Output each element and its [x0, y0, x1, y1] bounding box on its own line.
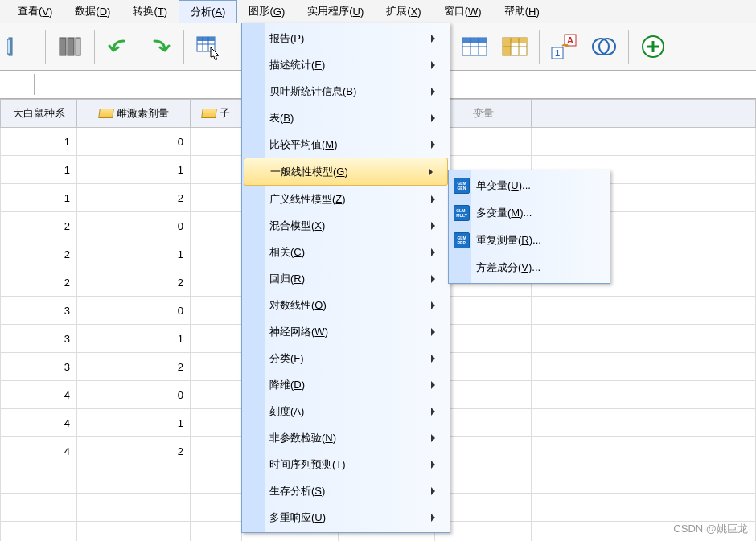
cell[interactable]	[191, 184, 242, 212]
cell[interactable]: 0	[77, 297, 191, 325]
cell[interactable]	[191, 240, 242, 268]
cell[interactable]	[191, 156, 242, 184]
toolbar-btn-pivot-yellow[interactable]	[499, 31, 531, 63]
cell[interactable]: 0	[77, 212, 191, 240]
menu-item[interactable]: 贝叶斯统计信息(B)	[242, 78, 450, 105]
toolbar-btn-sets[interactable]	[588, 31, 620, 63]
menu-item[interactable]: 混合模型(X)	[242, 212, 450, 239]
menu-g[interactable]: 图形(G)	[237, 0, 296, 23]
cell[interactable]	[0, 522, 77, 541]
toolbar-btn-add[interactable]	[637, 31, 669, 63]
menu-item[interactable]: 报告(P)	[242, 25, 450, 51]
toolbar-btn-open-left[interactable]	[5, 31, 37, 63]
menu-item[interactable]: 表(B)	[242, 105, 450, 131]
cell[interactable]: 4	[0, 437, 77, 465]
cell[interactable]	[191, 325, 242, 353]
undo-button[interactable]	[103, 31, 135, 63]
cell[interactable]	[191, 409, 242, 437]
cell[interactable]: 0	[77, 381, 191, 409]
column-header-2[interactable]: 子	[191, 99, 242, 128]
cell-blank[interactable]	[532, 325, 756, 353]
cell[interactable]: 3	[0, 297, 77, 325]
menu-item[interactable]: 神经网络(W)	[242, 318, 450, 345]
cell[interactable]: 2	[77, 437, 191, 465]
cell[interactable]	[77, 494, 191, 522]
cell[interactable]: 2	[0, 240, 77, 268]
cell[interactable]: 1	[77, 156, 191, 184]
cell[interactable]: 1	[0, 128, 77, 156]
menu-item[interactable]: 对数线性(O)	[242, 292, 450, 318]
cell[interactable]	[191, 465, 242, 494]
column-header-1[interactable]: 雌激素剂量	[77, 99, 191, 128]
menu-item[interactable]: 降维(D)	[242, 371, 450, 398]
cell[interactable]: 2	[77, 353, 191, 381]
cell[interactable]	[191, 297, 242, 325]
menu-item[interactable]: 描述统计(E)	[242, 51, 450, 78]
menu-item[interactable]: 比较平均值(M)	[242, 131, 450, 158]
cell[interactable]	[77, 465, 191, 494]
cell-blank[interactable]	[532, 437, 756, 465]
redo-button[interactable]	[143, 31, 175, 63]
cell[interactable]	[191, 128, 242, 156]
cell-blank[interactable]	[532, 494, 756, 522]
menu-u[interactable]: 实用程序(U)	[296, 0, 375, 23]
toolbar-btn-value-labels[interactable]: A 1	[548, 31, 580, 63]
menu-item[interactable]: 多重响应(U)	[242, 504, 450, 531]
cell-blank[interactable]	[532, 409, 756, 437]
cell[interactable]: 1	[0, 184, 77, 212]
menu-item[interactable]: 广义线性模型(Z)	[242, 186, 450, 212]
cell-blank[interactable]	[532, 381, 756, 409]
menu-item[interactable]: 一般线性模型(G)	[244, 158, 448, 186]
submenu-item[interactable]: 方差成分(V)...	[449, 254, 610, 281]
menu-item[interactable]: 刻度(A)	[242, 398, 450, 424]
cell[interactable]: 2	[0, 268, 77, 297]
menu-h[interactable]: 帮助(H)	[493, 0, 551, 23]
cell-blank[interactable]	[532, 465, 756, 494]
toolbar-btn-select-table[interactable]	[192, 31, 224, 63]
cell[interactable]: 4	[0, 409, 77, 437]
submenu-item[interactable]: GLMMULT多变量(M)...	[449, 199, 610, 227]
menu-item[interactable]: 分类(F)	[242, 345, 450, 371]
toolbar-btn-pivot-blue[interactable]	[458, 31, 491, 63]
menu-item[interactable]: 相关(C)	[242, 239, 450, 265]
cell[interactable]: 2	[77, 184, 191, 212]
cell[interactable]	[191, 437, 242, 465]
cell[interactable]	[191, 268, 242, 297]
menu-x[interactable]: 扩展(X)	[375, 0, 432, 23]
cell[interactable]	[191, 381, 242, 409]
cell[interactable]	[191, 212, 242, 240]
cell[interactable]	[0, 465, 77, 494]
cell[interactable]: 3	[0, 325, 77, 353]
name-box[interactable]	[2, 74, 35, 95]
cell[interactable]: 1	[77, 240, 191, 268]
cell[interactable]: 1	[77, 325, 191, 353]
cell-blank[interactable]	[532, 353, 756, 381]
menu-w[interactable]: 窗口(W)	[433, 0, 493, 23]
cell[interactable]: 1	[77, 409, 191, 437]
column-header-0[interactable]: 大白鼠种系	[0, 99, 77, 128]
menu-item[interactable]: 生存分析(S)	[242, 477, 450, 504]
menu-d[interactable]: 数据(D)	[64, 0, 121, 23]
cell[interactable]	[0, 494, 77, 522]
menu-item[interactable]: 时间序列预测(T)	[242, 451, 450, 477]
cell-blank[interactable]	[532, 297, 756, 325]
cell[interactable]: 1	[0, 156, 77, 184]
cell[interactable]	[191, 353, 242, 381]
menu-item[interactable]: 非参数检验(N)	[242, 424, 450, 451]
menu-v[interactable]: 查看(V)	[6, 0, 64, 23]
cell[interactable]	[191, 494, 242, 522]
cell[interactable]: 2	[0, 212, 77, 240]
cell[interactable]	[191, 522, 242, 541]
cell[interactable]: 2	[77, 268, 191, 297]
cell[interactable]: 0	[77, 128, 191, 156]
toolbar-btn-columns[interactable]	[54, 31, 86, 63]
cell[interactable]: 4	[0, 381, 77, 409]
cell[interactable]: 3	[0, 353, 77, 381]
cell-blank[interactable]	[532, 128, 756, 156]
cell[interactable]	[77, 522, 191, 541]
menu-t[interactable]: 转换(T)	[121, 0, 179, 23]
menu-item[interactable]: 回归(R)	[242, 265, 450, 292]
submenu-item[interactable]: GLMGEN单变量(U)...	[449, 172, 610, 199]
submenu-item[interactable]: GLMREP重复测量(R)...	[449, 227, 610, 254]
menu-a[interactable]: 分析(A)	[179, 0, 237, 23]
